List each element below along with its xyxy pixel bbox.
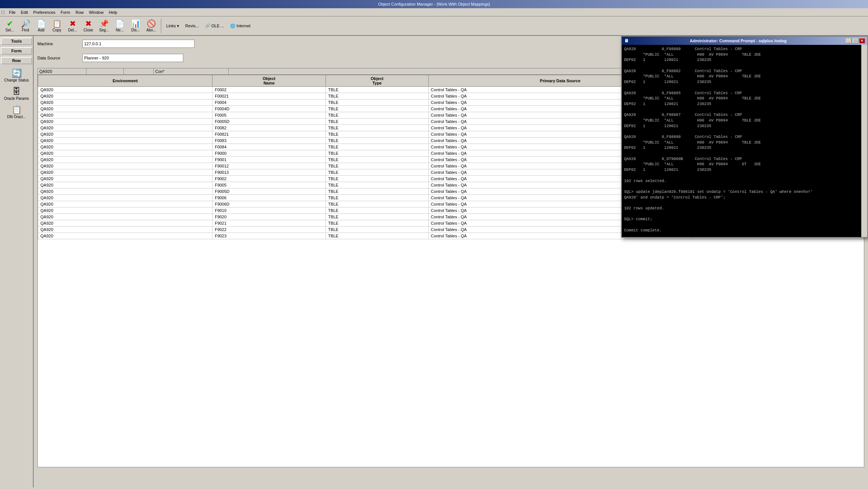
dfit-oracl-icon: 📋 [12,105,22,115]
menu-row[interactable]: Row [73,9,86,15]
minimize-box[interactable] [1,11,4,14]
filter-env: QA920 [38,68,86,74]
content-area: Machine Data Source QA920 Con* Environme… [34,36,868,488]
sidebar-dfit-oracl[interactable]: 📋 Dfit Oracl... [1,103,32,121]
menu-preferences[interactable]: Preferences [31,9,58,15]
cmd-title-bar: 🖥 Administrator: Command Prompt - sqlplu… [622,37,867,45]
col-object-type: ObjectType [326,75,428,87]
dis-icon: 📊 [131,20,140,27]
sel-icon: ✔ [7,20,13,27]
del-icon: ✖ [70,20,76,27]
copy-button[interactable]: 📋 Copy [49,19,64,33]
add-icon: 📄 [37,20,46,27]
title-text: Object Configuration Manager - [Work Wit… [378,2,490,6]
title-bar: Object Configuration Manager - [Work Wit… [0,0,868,8]
find-icon: 🔎 [21,20,30,27]
cmd-window: 🖥 Administrator: Command Prompt - sqlplu… [621,36,868,238]
main-layout: Tools Form Row 🔄 Change Status 🗄 Oracle … [0,36,868,488]
sidebar: Tools Form Row 🔄 Change Status 🗄 Oracle … [0,36,34,488]
cmd-title-text: Administrator: Command Prompt - sqlplus … [631,39,846,43]
toolbar: ✔ Sel... 🔎 Find 📄 Add 📋 Copy ✖ Del... ✖ … [0,16,868,36]
sidebar-change-status[interactable]: 🔄 Change Status [1,67,32,84]
links-label: Links ▾ [166,24,179,28]
seg-button[interactable]: 📌 Seg... [97,19,111,33]
datasource-label: Data Source [37,56,82,60]
cmd-minimize-button[interactable]: _ [846,38,852,43]
toolbar-divider [161,18,161,33]
sel-button[interactable]: ✔ Sel... [2,19,17,33]
sidebar-form[interactable]: Form [1,47,32,55]
abo-icon: 🚫 [147,20,156,27]
menu-bar: File Edit Preferences Form Row Window He… [0,8,868,16]
cmd-scrollbar[interactable] [861,45,867,237]
oracle-params-icon: 🗄 [12,87,21,96]
cmd-controls: _ □ ✕ [846,38,865,43]
dis-button[interactable]: 📊 Dis... [128,19,143,33]
internet-button[interactable]: 🌐 Internet [227,22,253,30]
close-icon: ✖ [85,20,92,27]
cmd-close-button[interactable]: ✕ [859,38,865,43]
sidebar-row[interactable]: Row [1,57,32,64]
machine-input[interactable] [82,40,195,48]
ne-button[interactable]: 📄 Ne... [112,19,127,33]
revis-label: Revis... [185,24,199,28]
machine-label: Machine [37,41,82,46]
filter-datasource: Con* [154,68,229,74]
cmd-icon: 🖥 [624,38,629,43]
ole-label: 🔗 OLE ... [205,24,224,28]
sidebar-tools[interactable]: Tools [1,37,32,45]
menu-file[interactable]: File [7,9,18,15]
find-button[interactable]: 🔎 Find [18,19,33,33]
filter-name [86,68,124,74]
datasource-input[interactable] [82,54,183,62]
menu-window[interactable]: Window [87,9,106,15]
ole-button[interactable]: 🔗 OLE ... [202,22,227,30]
seg-icon: 📌 [100,20,109,27]
links-button[interactable]: Links ▾ [163,22,182,30]
filter-type [124,68,154,74]
revis-button[interactable]: Revis... [183,22,202,29]
add-button[interactable]: 📄 Add [34,19,49,33]
sidebar-oracle-params[interactable]: 🗄 Oracle Params [1,85,32,102]
menu-edit[interactable]: Edit [19,9,30,15]
abo-button[interactable]: 🚫 Abo... [144,19,159,33]
internet-label: 🌐 Internet [230,24,250,28]
ne-icon: 📄 [115,20,125,27]
col-object-name: ObjectName [213,75,326,87]
close-button[interactable]: ✖ Close [81,19,96,33]
menu-form[interactable]: Form [58,9,73,15]
cmd-maximize-button[interactable]: □ [852,38,858,43]
menu-help[interactable]: Help [107,9,120,15]
copy-icon: 📋 [52,20,62,27]
change-status-icon: 🔄 [12,68,22,78]
cmd-content[interactable]: QA920 0_F98880 Control Tables - CRP *PUB… [622,45,861,237]
col-environment: Environment [38,75,213,87]
del-button[interactable]: ✖ Del... [65,19,80,33]
